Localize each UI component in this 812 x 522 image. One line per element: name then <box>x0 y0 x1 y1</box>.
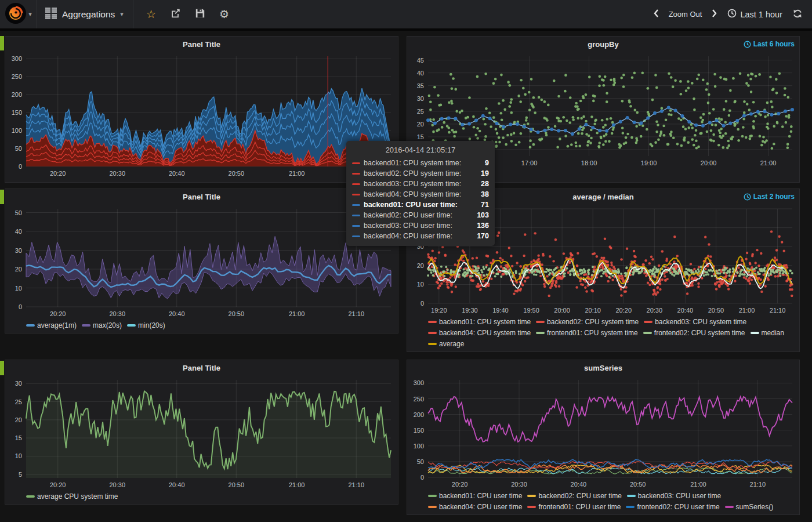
panel-bottom-left: Panel Title 3025201510520:2020:3020:4020… <box>5 360 398 505</box>
svg-text:19:30: 19:30 <box>462 307 478 314</box>
legend-swatch <box>428 332 437 334</box>
panel-header[interactable]: sumSeries <box>407 360 799 375</box>
svg-text:21:00: 21:00 <box>289 170 305 177</box>
legend: average(1m)max(20s)min(20s) <box>5 320 398 333</box>
legend-item[interactable]: frontend02: CPU user time <box>626 502 719 512</box>
svg-text:5: 5 <box>19 471 22 478</box>
chart-area-multi[interactable]: 30025020015010050020:2020:3020:4020:5021… <box>407 375 799 490</box>
legend-item[interactable]: sumSeries() <box>725 502 774 512</box>
legend-item[interactable]: backend01: CPU system time <box>428 317 531 327</box>
legend-swatch <box>82 324 90 327</box>
tooltip-series-row: backend04: CPU user time:170 <box>352 231 489 241</box>
dashboard-title: Aggregations <box>62 9 115 20</box>
legend: backend01: CPU system timebackend02: CPU… <box>407 316 799 351</box>
legend-item[interactable]: median <box>751 328 784 338</box>
svg-text:19:00: 19:00 <box>641 160 657 166</box>
svg-text:20: 20 <box>15 416 22 423</box>
tooltip-series-row: backend02: CPU system time:19 <box>352 168 489 179</box>
svg-text:21:10: 21:10 <box>348 481 364 488</box>
svg-text:20:30: 20:30 <box>109 310 125 317</box>
row-toggle-1[interactable] <box>0 36 4 50</box>
dashboard-picker[interactable]: Aggregations ▾ <box>37 0 133 28</box>
legend-swatch <box>428 495 437 497</box>
svg-text:20:20: 20:20 <box>50 481 66 488</box>
svg-text:30: 30 <box>15 380 22 387</box>
svg-text:25: 25 <box>15 398 22 405</box>
legend-item[interactable]: average <box>428 339 464 349</box>
legend-item[interactable]: average(1m) <box>26 320 77 331</box>
svg-text:20:20: 20:20 <box>50 170 66 177</box>
panel-title[interactable]: groupBy <box>588 40 618 49</box>
time-back-chevron[interactable] <box>653 9 659 20</box>
star-button[interactable]: ☆ <box>146 9 156 20</box>
panel-time-badge[interactable]: Last 2 hours <box>744 189 795 204</box>
refresh-button[interactable] <box>792 9 803 20</box>
svg-text:19:20: 19:20 <box>431 307 447 314</box>
legend-item[interactable]: backend04: CPU user time <box>428 502 522 512</box>
legend-item[interactable]: average CPU system time <box>26 491 118 502</box>
panel-header[interactable]: Panel Title <box>5 37 398 52</box>
panel-title[interactable]: Panel Title <box>183 193 220 201</box>
svg-text:30: 30 <box>417 95 424 102</box>
row-toggle-2[interactable] <box>0 190 4 204</box>
svg-text:20:40: 20:40 <box>169 310 185 317</box>
legend-item[interactable]: backend03: CPU system time <box>644 317 746 327</box>
panel-title[interactable]: Panel Title <box>183 40 220 49</box>
legend-swatch <box>26 324 35 327</box>
svg-text:21:00: 21:00 <box>289 310 305 317</box>
legend-item[interactable]: min(20s) <box>127 320 165 331</box>
legend-swatch <box>643 332 652 334</box>
svg-text:20:40: 20:40 <box>571 481 587 488</box>
legend-item[interactable]: backend04: CPU system time <box>428 328 531 338</box>
svg-text:15: 15 <box>15 434 22 441</box>
dashboard-caret-icon: ▾ <box>120 10 124 18</box>
row-toggle-3[interactable] <box>0 361 4 375</box>
time-forward-chevron[interactable] <box>712 9 717 20</box>
settings-button[interactable]: ⚙ <box>219 9 229 20</box>
legend-item[interactable]: max(20s) <box>82 320 122 331</box>
legend-item[interactable]: backend02: CPU system time <box>536 317 639 327</box>
svg-text:20:50: 20:50 <box>229 170 245 177</box>
logo-caret-icon: ▾ <box>28 10 32 18</box>
grafana-logo-menu[interactable]: ▾ <box>0 0 37 28</box>
svg-text:19:40: 19:40 <box>492 307 509 314</box>
legend-swatch <box>536 332 545 334</box>
panel-top-left: Panel Title 30025020015010050020:2020:30… <box>5 36 398 183</box>
legend-swatch <box>725 506 734 508</box>
panel-title[interactable]: Panel Title <box>183 364 220 372</box>
svg-text:100: 100 <box>12 127 22 134</box>
legend-item[interactable]: frontend01: CPU user time <box>527 502 621 512</box>
svg-text:50: 50 <box>15 209 22 216</box>
chart-area-stacked[interactable]: 30025020015010050020:2020:3020:4020:5021… <box>5 52 398 179</box>
panel-time-badge[interactable]: Last 6 hours <box>744 37 795 52</box>
svg-text:20:30: 20:30 <box>109 481 125 488</box>
svg-text:20:30: 20:30 <box>647 307 663 314</box>
svg-text:300: 300 <box>12 55 22 62</box>
panel-title[interactable]: sumSeries <box>584 364 622 372</box>
panel-header[interactable]: Panel Title <box>5 189 398 204</box>
legend-item[interactable]: backend01: CPU user time <box>428 491 522 501</box>
legend-item[interactable]: backend03: CPU user time <box>627 491 721 501</box>
chart-area-band[interactable]: 5040302010020:2020:3020:4020:5021:0021:1… <box>5 204 398 320</box>
save-button[interactable] <box>195 8 205 21</box>
legend-swatch <box>536 321 545 323</box>
svg-text:21:00: 21:00 <box>289 481 305 488</box>
svg-text:50: 50 <box>15 145 22 152</box>
panel-title[interactable]: average / median <box>572 193 634 201</box>
zoom-out-button[interactable]: Zoom Out <box>669 10 702 19</box>
panel-header[interactable]: groupBy Last 6 hours <box>407 37 799 52</box>
series-swatch <box>352 215 360 216</box>
chart-area-line[interactable]: 3025201510520:2020:3020:4020:5021:0021:1… <box>5 375 398 491</box>
legend-swatch <box>626 506 635 508</box>
time-range-button[interactable]: Last 1 hour <box>727 9 782 20</box>
graph-tooltip: 2016-04-14 21:05:17 backend01: CPU syste… <box>346 141 495 246</box>
legend-item[interactable]: backend02: CPU user time <box>527 491 621 501</box>
panel-header[interactable]: Panel Title <box>5 360 398 375</box>
svg-text:20:40: 20:40 <box>169 170 185 177</box>
svg-text:21:00: 21:00 <box>760 160 777 166</box>
series-swatch <box>352 204 360 206</box>
share-button[interactable] <box>170 8 181 21</box>
legend-item[interactable]: frontend02: CPU system time <box>643 328 745 338</box>
legend-swatch <box>527 506 536 508</box>
legend-item[interactable]: frontend01: CPU system time <box>536 328 638 338</box>
